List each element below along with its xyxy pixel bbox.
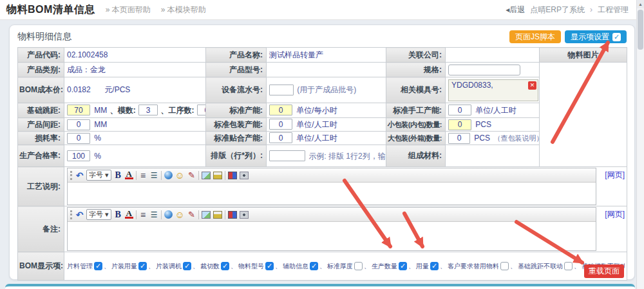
bom-option-checkbox[interactable]: [564, 262, 573, 270]
field-label-remark: 备注:: [18, 206, 64, 252]
field-value-std-capacity: 单位/每小时: [267, 103, 386, 118]
field-value-base-pitch: MM 、模数: 、工序数:: [64, 103, 206, 118]
save-image-icon[interactable]: [213, 211, 222, 219]
base-pitch-input[interactable]: [67, 105, 90, 115]
bom-option-checkbox[interactable]: [310, 262, 318, 270]
remark-textarea[interactable]: [68, 222, 596, 250]
process-count-input[interactable]: [197, 105, 206, 115]
process-count-label: 、工序数:: [160, 106, 194, 115]
emoticon-icon[interactable]: ☺: [175, 170, 185, 181]
std-manual-capacity-input[interactable]: [448, 105, 471, 115]
std-fit-capacity-unit: 单位/人工时: [296, 134, 337, 143]
bom-option-label: 标准厚度: [327, 263, 353, 270]
related-mold-box[interactable]: YDGD0833, ✕: [448, 79, 538, 101]
bom-option-label: 用量: [416, 263, 429, 270]
bom-option-checkbox[interactable]: [183, 262, 191, 270]
edit-table-icon[interactable]: ✎: [187, 210, 196, 220]
field-value-product-name: 测试样品转量产: [267, 48, 386, 63]
field-value-pass-rate: %: [64, 145, 206, 167]
bom-display-option: 片装调机、: [156, 263, 200, 270]
remark-web-link[interactable]: [网页]: [596, 207, 625, 220]
mold-count-input[interactable]: [138, 105, 158, 115]
layout-input[interactable]: [269, 150, 305, 161]
large-pack-qty-input[interactable]: [448, 133, 470, 144]
bom-option-separator: 、: [408, 263, 415, 270]
module-name-link[interactable]: 工程管理: [598, 5, 629, 15]
device-serial-input[interactable]: [269, 85, 294, 95]
bom-option-checkbox[interactable]: [221, 262, 229, 270]
bom-option-checkbox[interactable]: [500, 262, 509, 270]
bom-option-checkbox[interactable]: [399, 262, 407, 270]
link-globe-icon[interactable]: [164, 171, 173, 179]
font-size-select[interactable]: 字号 ▾: [86, 170, 111, 181]
vertical-scrollbar[interactable]: ▲: [636, 0, 644, 289]
save-image-icon[interactable]: [213, 172, 222, 179]
mold-delete-icon[interactable]: ✕: [528, 81, 536, 90]
bom-option-label: 片装调机: [156, 263, 182, 270]
undo-icon[interactable]: ↶: [75, 170, 84, 181]
bom-option-checkbox[interactable]: [94, 262, 102, 270]
product-gap-input[interactable]: [67, 119, 90, 130]
bom-cost-unit: 元/PCS: [104, 85, 130, 94]
font-size-select[interactable]: 字号 ▾: [86, 209, 111, 220]
display-settings-button[interactable]: 显示项设置 ✓: [565, 30, 627, 43]
image-icon[interactable]: [202, 172, 211, 179]
display-settings-label: 显示项设置: [571, 32, 609, 41]
spec-input[interactable]: [448, 65, 520, 75]
panel-title: 物料明细信息: [17, 31, 71, 43]
bom-option-checkbox[interactable]: [354, 262, 363, 270]
system-name-link[interactable]: 点晴ERP了系统: [530, 5, 585, 15]
small-pack-qty-input[interactable]: [448, 119, 471, 130]
field-value-loss-rate: %: [64, 132, 206, 145]
image-icon[interactable]: [202, 211, 211, 219]
field-value-std-fit-capacity: 单位/人工时: [267, 132, 386, 145]
page-js-script-button[interactable]: 页面JS脚本: [509, 30, 561, 43]
emoticon-icon[interactable]: ☺: [175, 210, 185, 220]
scroll-up-arrow-icon[interactable]: ▲: [637, 0, 644, 8]
material-image-area: [540, 63, 627, 167]
display-settings-checkbox[interactable]: ✓: [612, 33, 621, 41]
field-value-related-company: [446, 48, 540, 63]
edit-table-icon[interactable]: ✎: [187, 170, 196, 181]
process-note-textarea[interactable]: [68, 183, 596, 204]
bold-icon[interactable]: B: [114, 210, 122, 220]
bom-display-option: 客户要求替用物料、: [448, 263, 518, 270]
font-color-icon[interactable]: A: [125, 210, 133, 219]
field-label-device-serial: 设备流水号:: [206, 77, 267, 103]
scrollbar-thumb[interactable]: [638, 10, 643, 50]
media-icon[interactable]: [228, 211, 237, 219]
bom-option-label: 片装用量: [111, 263, 137, 270]
page-help-link[interactable]: » 本页面帮助: [106, 5, 151, 15]
bom-option-checkbox[interactable]: [265, 262, 274, 270]
std-capacity-input[interactable]: [269, 105, 292, 115]
ordered-list-icon[interactable]: ☰: [150, 210, 158, 220]
align-icon[interactable]: ≡: [139, 210, 147, 220]
source-view-icon[interactable]: [240, 211, 249, 219]
module-help-link[interactable]: » 本模块帮助: [161, 5, 206, 15]
bom-option-checkbox[interactable]: [138, 262, 147, 270]
breadcrumb: ◂后退 点晴ERP了系统 › 工程管理: [506, 5, 630, 15]
font-color-icon[interactable]: A: [125, 171, 133, 179]
link-globe-icon[interactable]: [164, 210, 173, 219]
undo-icon[interactable]: ↶: [75, 210, 84, 220]
media-icon[interactable]: [228, 172, 237, 179]
ordered-list-icon[interactable]: ☰: [150, 170, 158, 181]
bold-icon[interactable]: B: [114, 170, 122, 181]
source-view-icon[interactable]: [240, 172, 249, 179]
reload-page-button[interactable]: 重载页面: [584, 264, 624, 278]
bom-cost-value: 0.0182: [67, 85, 100, 94]
std-pack-capacity-input[interactable]: [269, 119, 292, 130]
process-note-web-link[interactable]: [网页]: [596, 168, 625, 181]
loss-rate-input[interactable]: [67, 133, 90, 144]
layout-hint: 示例: 排版 1行2列，输入 1*2: [308, 152, 386, 161]
back-link[interactable]: ◂后退: [506, 5, 525, 15]
field-label-bom-cost: BOM成本价:: [18, 77, 64, 103]
align-icon[interactable]: ≡: [139, 170, 147, 181]
std-fit-capacity-input[interactable]: [269, 132, 292, 143]
bom-option-checkbox[interactable]: [430, 262, 439, 270]
separator: [225, 171, 225, 180]
separator: [198, 210, 199, 219]
field-label-std-manual-capacity: 标准手工产能:: [386, 103, 446, 118]
pass-rate-input[interactable]: [67, 150, 90, 161]
bom-display-cell: 片料管理、片装用量、片装调机、裁切数、物料型号、辅助信息、标准厚度、生产数量、用…: [64, 252, 627, 281]
